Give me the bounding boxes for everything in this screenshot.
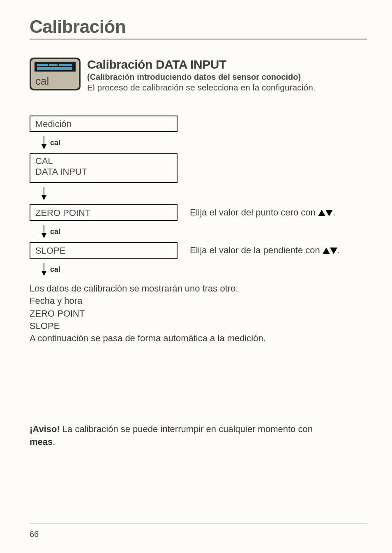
- intro-heading: Calibración DATA INPUT: [87, 58, 316, 72]
- arrow-down-icon: [41, 187, 47, 200]
- arrow-label-cal-2: cal: [50, 227, 60, 236]
- arrow-down-3: cal: [30, 221, 367, 242]
- side-slope-post: .: [337, 245, 340, 255]
- svg-marker-12: [42, 233, 46, 238]
- footer-divider: [30, 523, 367, 524]
- intro-text-block: Calibración DATA INPUT (Calibración intr…: [87, 58, 316, 93]
- svg-marker-8: [42, 144, 46, 149]
- arrow-down-icon: [41, 225, 47, 238]
- arrow-down-icon: [41, 263, 47, 276]
- arrow-label-cal-3: cal: [50, 265, 60, 274]
- triangle-down-icon: [330, 248, 337, 254]
- svg-rect-5: [37, 67, 72, 70]
- svg-rect-4: [59, 64, 72, 66]
- svg-marker-14: [42, 271, 46, 276]
- page-number: 66: [30, 530, 39, 539]
- notice-text-2: .: [53, 437, 55, 447]
- triangle-down-icon: [325, 210, 333, 216]
- notice-meas: meas: [30, 437, 53, 447]
- results-line-2: Fecha y hora: [30, 295, 367, 307]
- step-cal-line2: DATA INPUT: [35, 167, 172, 177]
- intro-description: El proceso de calibración se selecciona …: [87, 83, 316, 93]
- step-cal-datainput: CAL DATA INPUT: [30, 153, 178, 183]
- results-line-1: Los datos de calibración se mostrarán un…: [30, 282, 367, 295]
- svg-rect-3: [49, 64, 58, 66]
- triangle-up-icon: [323, 248, 330, 254]
- intro-subheading: (Calibración introduciendo datos del sen…: [87, 72, 316, 82]
- results-line-4: SLOPE: [30, 320, 367, 332]
- side-zero-post: .: [333, 207, 335, 217]
- page-title: Calibración: [30, 16, 367, 37]
- cal-lcd-icon: cal: [30, 58, 81, 92]
- results-line-5: A continuación se pasa de forma automáti…: [30, 332, 367, 345]
- arrow-down-icon: [41, 136, 47, 149]
- arrow-down-4: cal: [30, 259, 367, 280]
- step-medicion: Medición: [30, 116, 178, 132]
- svg-rect-2: [37, 64, 48, 66]
- svg-marker-10: [42, 195, 46, 200]
- title-underline: [30, 39, 367, 39]
- arrow-down-2: [30, 183, 367, 204]
- arrow-down-1: cal: [30, 132, 367, 153]
- triangle-up-icon: [318, 210, 325, 216]
- side-zero-pre: Elija el valor del punto cero con: [190, 207, 318, 217]
- side-text-zero: Elija el valor del punto cero con .: [190, 207, 335, 218]
- intro-section: cal Calibración DATA INPUT (Calibración …: [30, 58, 367, 93]
- step-cal-line1: CAL: [35, 156, 172, 167]
- notice-label: ¡Aviso!: [30, 424, 60, 434]
- step-slope: SLOPE: [30, 242, 178, 259]
- arrow-label-cal-1: cal: [50, 139, 60, 147]
- notice-block: ¡Aviso! La calibración se puede interrum…: [30, 423, 367, 449]
- side-text-slope: Elija el valor de la pendiente con .: [190, 245, 340, 256]
- notice-text-1: La calibración se puede interrumpir en c…: [60, 424, 313, 434]
- flow-diagram: Medición cal CAL DATA INPUT ZERO POINT E…: [30, 116, 367, 280]
- svg-text:cal: cal: [35, 75, 49, 87]
- results-block: Los datos de calibración se mostrarán un…: [30, 282, 367, 345]
- step-zero-point: ZERO POINT: [30, 204, 178, 221]
- side-slope-pre: Elija el valor de la pendiente con: [190, 245, 323, 255]
- results-line-3: ZERO POINT: [30, 308, 367, 320]
